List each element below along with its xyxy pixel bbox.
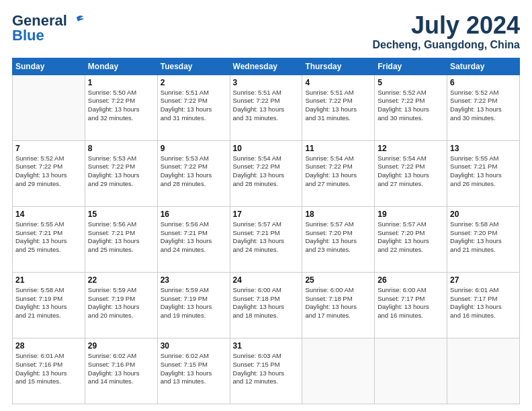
calendar-table: SundayMondayTuesdayWednesdayThursdayFrid… xyxy=(12,58,520,404)
day-number: 1 xyxy=(88,78,154,87)
day-info: Sunrise: 5:59 AM Sunset: 7:19 PM Dayligh… xyxy=(88,286,154,320)
calendar-cell: 29Sunrise: 6:02 AM Sunset: 7:16 PM Dayli… xyxy=(85,338,157,404)
calendar-weekday-saturday: Saturday xyxy=(447,58,520,75)
calendar-cell: 31Sunrise: 6:03 AM Sunset: 7:15 PM Dayli… xyxy=(230,338,302,404)
day-info: Sunrise: 6:00 AM Sunset: 7:17 PM Dayligh… xyxy=(378,286,444,320)
calendar-cell: 13Sunrise: 5:55 AM Sunset: 7:21 PM Dayli… xyxy=(447,140,520,206)
day-number: 2 xyxy=(161,78,227,87)
day-info: Sunrise: 5:50 AM Sunset: 7:22 PM Dayligh… xyxy=(88,89,154,123)
day-number: 29 xyxy=(88,341,154,351)
day-info: Sunrise: 6:00 AM Sunset: 7:18 PM Dayligh… xyxy=(305,286,371,320)
day-info: Sunrise: 6:00 AM Sunset: 7:18 PM Dayligh… xyxy=(233,286,300,320)
day-number: 5 xyxy=(378,78,444,87)
day-number: 10 xyxy=(233,144,300,153)
calendar-cell: 26Sunrise: 6:00 AM Sunset: 7:17 PM Dayli… xyxy=(375,272,447,338)
day-number: 19 xyxy=(378,210,444,219)
calendar-cell xyxy=(302,338,375,404)
calendar-week-5: 28Sunrise: 6:01 AM Sunset: 7:16 PM Dayli… xyxy=(13,338,520,404)
day-number: 23 xyxy=(161,275,227,285)
day-info: Sunrise: 5:53 AM Sunset: 7:22 PM Dayligh… xyxy=(161,154,227,189)
day-number: 8 xyxy=(88,144,154,153)
calendar-cell: 25Sunrise: 6:00 AM Sunset: 7:18 PM Dayli… xyxy=(302,272,375,338)
day-number: 22 xyxy=(88,275,154,285)
day-number: 13 xyxy=(450,144,517,153)
calendar-cell: 18Sunrise: 5:57 AM Sunset: 7:20 PM Dayli… xyxy=(302,206,375,272)
day-info: Sunrise: 6:02 AM Sunset: 7:16 PM Dayligh… xyxy=(88,352,154,386)
calendar-cell: 24Sunrise: 6:00 AM Sunset: 7:18 PM Dayli… xyxy=(230,272,302,338)
calendar-weekday-tuesday: Tuesday xyxy=(157,58,230,75)
day-number: 28 xyxy=(15,341,82,351)
day-number: 17 xyxy=(233,210,300,219)
calendar-cell xyxy=(13,75,85,140)
day-info: Sunrise: 5:51 AM Sunset: 7:22 PM Dayligh… xyxy=(305,89,371,123)
day-info: Sunrise: 5:53 AM Sunset: 7:22 PM Dayligh… xyxy=(88,154,154,189)
calendar-cell: 5Sunrise: 5:52 AM Sunset: 7:22 PM Daylig… xyxy=(375,75,447,140)
day-number: 31 xyxy=(233,341,300,351)
day-number: 15 xyxy=(88,210,154,219)
day-info: Sunrise: 5:57 AM Sunset: 7:20 PM Dayligh… xyxy=(305,220,371,255)
day-info: Sunrise: 5:52 AM Sunset: 7:22 PM Dayligh… xyxy=(15,154,82,189)
calendar-cell: 2Sunrise: 5:51 AM Sunset: 7:22 PM Daylig… xyxy=(157,75,230,140)
calendar-cell: 30Sunrise: 6:02 AM Sunset: 7:15 PM Dayli… xyxy=(157,338,230,404)
location: Decheng, Guangdong, China xyxy=(372,39,520,51)
calendar-cell xyxy=(375,338,447,404)
day-number: 4 xyxy=(305,78,371,87)
day-info: Sunrise: 5:56 AM Sunset: 7:21 PM Dayligh… xyxy=(88,220,154,255)
day-info: Sunrise: 5:52 AM Sunset: 7:22 PM Dayligh… xyxy=(378,89,444,123)
day-number: 7 xyxy=(15,144,82,153)
day-number: 12 xyxy=(378,144,444,153)
day-info: Sunrise: 6:03 AM Sunset: 7:15 PM Dayligh… xyxy=(233,352,300,386)
calendar-cell: 16Sunrise: 5:56 AM Sunset: 7:21 PM Dayli… xyxy=(157,206,230,272)
day-info: Sunrise: 5:54 AM Sunset: 7:22 PM Dayligh… xyxy=(378,154,444,189)
logo: General Blue xyxy=(12,12,85,44)
calendar-cell: 28Sunrise: 6:01 AM Sunset: 7:16 PM Dayli… xyxy=(13,338,85,404)
day-info: Sunrise: 5:58 AM Sunset: 7:20 PM Dayligh… xyxy=(450,220,517,255)
day-info: Sunrise: 5:57 AM Sunset: 7:20 PM Dayligh… xyxy=(378,220,444,255)
calendar-cell: 17Sunrise: 5:57 AM Sunset: 7:21 PM Dayli… xyxy=(230,206,302,272)
day-number: 25 xyxy=(305,275,371,285)
calendar-cell: 23Sunrise: 5:59 AM Sunset: 7:19 PM Dayli… xyxy=(157,272,230,338)
calendar-cell: 27Sunrise: 6:01 AM Sunset: 7:17 PM Dayli… xyxy=(447,272,520,338)
logo-bird-icon xyxy=(70,15,85,27)
day-number: 21 xyxy=(15,275,82,285)
day-info: Sunrise: 5:58 AM Sunset: 7:19 PM Dayligh… xyxy=(15,286,82,320)
day-info: Sunrise: 5:54 AM Sunset: 7:22 PM Dayligh… xyxy=(233,154,300,189)
calendar-header-row: SundayMondayTuesdayWednesdayThursdayFrid… xyxy=(13,58,520,75)
day-number: 3 xyxy=(233,78,300,87)
calendar-cell xyxy=(447,338,520,404)
calendar-cell: 14Sunrise: 5:55 AM Sunset: 7:21 PM Dayli… xyxy=(13,206,85,272)
logo-blue: Blue xyxy=(12,27,44,44)
calendar-week-3: 14Sunrise: 5:55 AM Sunset: 7:21 PM Dayli… xyxy=(13,206,520,272)
day-number: 16 xyxy=(161,210,227,219)
calendar-cell: 10Sunrise: 5:54 AM Sunset: 7:22 PM Dayli… xyxy=(230,140,302,206)
calendar-cell: 21Sunrise: 5:58 AM Sunset: 7:19 PM Dayli… xyxy=(13,272,85,338)
day-info: Sunrise: 5:59 AM Sunset: 7:19 PM Dayligh… xyxy=(161,286,227,320)
calendar-weekday-thursday: Thursday xyxy=(302,58,375,75)
calendar-cell: 3Sunrise: 5:51 AM Sunset: 7:22 PM Daylig… xyxy=(230,75,302,140)
day-info: Sunrise: 5:55 AM Sunset: 7:21 PM Dayligh… xyxy=(450,154,517,189)
day-number: 9 xyxy=(161,144,227,153)
calendar-cell: 15Sunrise: 5:56 AM Sunset: 7:21 PM Dayli… xyxy=(85,206,157,272)
calendar-week-1: 1Sunrise: 5:50 AM Sunset: 7:22 PM Daylig… xyxy=(13,75,520,140)
day-info: Sunrise: 5:51 AM Sunset: 7:22 PM Dayligh… xyxy=(233,89,300,123)
day-info: Sunrise: 5:56 AM Sunset: 7:21 PM Dayligh… xyxy=(161,220,227,255)
day-number: 6 xyxy=(450,78,517,87)
calendar-cell: 8Sunrise: 5:53 AM Sunset: 7:22 PM Daylig… xyxy=(85,140,157,206)
day-info: Sunrise: 6:01 AM Sunset: 7:16 PM Dayligh… xyxy=(15,352,82,386)
day-number: 11 xyxy=(305,144,371,153)
header: General Blue July 2024 Decheng, Guangdon… xyxy=(12,12,520,51)
day-number: 24 xyxy=(233,275,300,285)
day-info: Sunrise: 6:02 AM Sunset: 7:15 PM Dayligh… xyxy=(161,352,227,386)
day-number: 18 xyxy=(305,210,371,219)
calendar-cell: 1Sunrise: 5:50 AM Sunset: 7:22 PM Daylig… xyxy=(85,75,157,140)
calendar-week-2: 7Sunrise: 5:52 AM Sunset: 7:22 PM Daylig… xyxy=(13,140,520,206)
calendar-weekday-monday: Monday xyxy=(85,58,157,75)
page: General Blue July 2024 Decheng, Guangdon… xyxy=(0,0,532,411)
day-number: 26 xyxy=(378,275,444,285)
day-info: Sunrise: 5:55 AM Sunset: 7:21 PM Dayligh… xyxy=(15,220,82,255)
day-number: 14 xyxy=(15,210,82,219)
calendar-weekday-wednesday: Wednesday xyxy=(230,58,302,75)
calendar-cell: 7Sunrise: 5:52 AM Sunset: 7:22 PM Daylig… xyxy=(13,140,85,206)
title-block: July 2024 Decheng, Guangdong, China xyxy=(372,12,520,51)
calendar-weekday-sunday: Sunday xyxy=(13,58,85,75)
